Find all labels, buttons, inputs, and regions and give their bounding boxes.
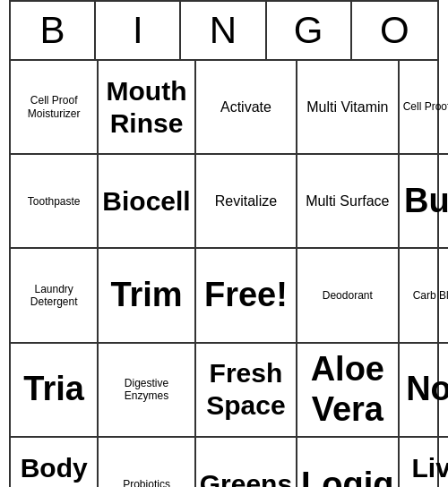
cell-text: Cell Proof Moisturizer xyxy=(14,94,93,120)
cell-1-2: Revitalize xyxy=(196,155,297,249)
cell-text: Toothpaste xyxy=(28,195,81,208)
cell-text: Fresh Space xyxy=(200,357,292,422)
header-letter: N xyxy=(181,2,266,59)
header-letter: O xyxy=(352,2,437,59)
cell-3-2: Fresh Space xyxy=(196,344,297,438)
cell-2-2: Free! xyxy=(196,249,297,343)
cell-1-3: Multi Surface xyxy=(297,155,399,249)
cell-text: Burn xyxy=(404,181,448,222)
cell-0-2: Activate xyxy=(196,61,297,155)
cell-3-0: Tria xyxy=(11,344,99,438)
cell-2-1: Trim xyxy=(99,249,195,343)
cell-text: Liver Health xyxy=(403,452,448,487)
cell-text: Noni xyxy=(406,369,448,410)
cell-4-4: Liver Health xyxy=(400,438,448,487)
cell-text: Trim xyxy=(110,275,182,316)
cell-2-4: Carb Blocker xyxy=(400,249,448,343)
cell-0-3: Multi Vitamin xyxy=(297,61,399,155)
cell-text: Cell Proof Serum xyxy=(403,100,448,113)
bingo-header: BINGO xyxy=(11,2,437,61)
cell-text: Logiq xyxy=(301,465,393,487)
cell-0-1: Mouth Rinse xyxy=(99,61,195,155)
cell-text: Tria xyxy=(23,369,84,410)
cell-1-4: Burn xyxy=(400,155,448,249)
bingo-grid: Cell Proof MoisturizerMouth RinseActivat… xyxy=(11,61,437,487)
header-letter: B xyxy=(11,2,96,59)
cell-2-3: Deodorant xyxy=(297,249,399,343)
cell-2-0: Laundry Detergent xyxy=(11,249,99,343)
cell-text: Multi Surface xyxy=(306,192,389,209)
cell-4-3: Logiq xyxy=(297,438,399,487)
cell-3-1: Digestive Enzymes xyxy=(99,344,195,438)
cell-text: Body Butter xyxy=(14,452,93,487)
cell-text: Carb Blocker xyxy=(413,289,448,302)
cell-text: Free! xyxy=(204,275,288,316)
cell-text: Digestive Enzymes xyxy=(102,377,190,403)
cell-text: Aloe Vera xyxy=(301,349,393,431)
cell-text: Multi Vitamin xyxy=(306,98,388,115)
header-letter: G xyxy=(267,2,352,59)
cell-3-4: Noni xyxy=(400,344,448,438)
cell-text: Biocell xyxy=(102,185,190,218)
cell-text: Activate xyxy=(220,98,271,115)
cell-0-4: Cell Proof Serum xyxy=(400,61,448,155)
cell-text: Laundry Detergent xyxy=(14,283,93,309)
header-letter: I xyxy=(96,2,181,59)
cell-4-0: Body Butter xyxy=(11,438,99,487)
cell-3-3: Aloe Vera xyxy=(297,344,399,438)
cell-0-0: Cell Proof Moisturizer xyxy=(11,61,99,155)
cell-1-1: Biocell xyxy=(99,155,195,249)
bingo-card: BINGO Cell Proof MoisturizerMouth RinseA… xyxy=(9,0,439,487)
cell-text: Probiotics xyxy=(123,478,170,487)
cell-4-2: Greens xyxy=(196,438,297,487)
cell-text: Mouth Rinse xyxy=(102,75,190,140)
cell-text: Deodorant xyxy=(323,289,373,302)
cell-text: Revitalize xyxy=(215,192,277,209)
cell-1-0: Toothpaste xyxy=(11,155,99,249)
cell-text: Greens xyxy=(200,468,292,487)
cell-4-1: Probiotics xyxy=(99,438,195,487)
